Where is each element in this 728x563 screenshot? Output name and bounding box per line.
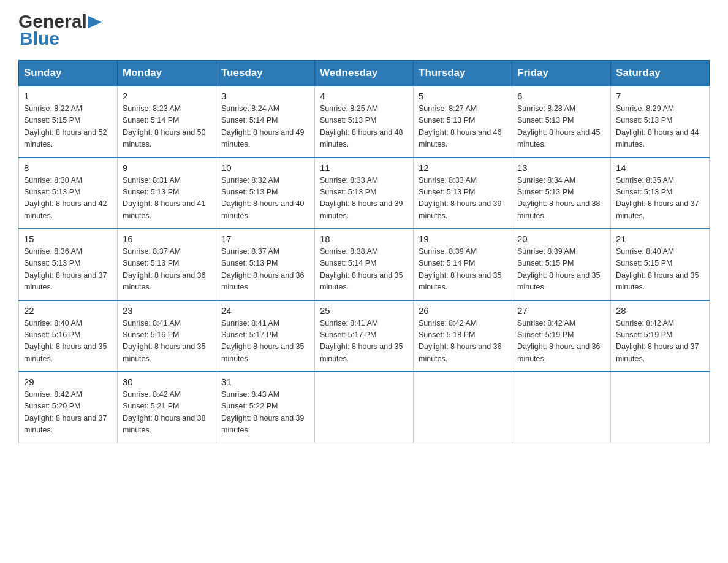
calendar-cell: 16Sunrise: 8:37 AMSunset: 5:13 PMDayligh… — [118, 229, 216, 301]
calendar-cell: 23Sunrise: 8:41 AMSunset: 5:16 PMDayligh… — [118, 301, 216, 372]
col-header-tuesday: Tuesday — [216, 61, 315, 86]
col-header-sunday: Sunday — [19, 61, 118, 86]
day-number: 14 — [616, 163, 704, 173]
calendar-cell — [315, 372, 414, 443]
calendar-cell: 29Sunrise: 8:42 AMSunset: 5:20 PMDayligh… — [19, 372, 118, 443]
calendar-cell: 11Sunrise: 8:33 AMSunset: 5:13 PMDayligh… — [315, 158, 414, 229]
calendar-cell: 1Sunrise: 8:22 AMSunset: 5:15 PMDaylight… — [19, 86, 118, 158]
calendar-week-2: 8Sunrise: 8:30 AMSunset: 5:13 PMDaylight… — [19, 158, 710, 229]
logo: General Blue — [18, 12, 105, 49]
day-number: 23 — [123, 305, 211, 316]
calendar-week-5: 29Sunrise: 8:42 AMSunset: 5:20 PMDayligh… — [19, 372, 710, 443]
day-info: Sunrise: 8:40 AMSunset: 5:15 PMDaylight:… — [616, 246, 704, 294]
calendar-cell: 30Sunrise: 8:42 AMSunset: 5:21 PMDayligh… — [118, 372, 216, 443]
calendar-cell: 14Sunrise: 8:35 AMSunset: 5:13 PMDayligh… — [611, 158, 710, 229]
day-number: 22 — [24, 305, 112, 316]
day-info: Sunrise: 8:37 AMSunset: 5:13 PMDaylight:… — [123, 246, 211, 294]
day-info: Sunrise: 8:30 AMSunset: 5:13 PMDaylight:… — [24, 175, 112, 223]
day-number: 15 — [24, 234, 112, 244]
day-info: Sunrise: 8:33 AMSunset: 5:13 PMDaylight:… — [320, 175, 408, 223]
day-info: Sunrise: 8:25 AMSunset: 5:13 PMDaylight:… — [320, 103, 408, 151]
day-info: Sunrise: 8:37 AMSunset: 5:13 PMDaylight:… — [221, 246, 309, 294]
col-header-thursday: Thursday — [414, 61, 512, 86]
calendar-header-row: SundayMondayTuesdayWednesdayThursdayFrid… — [19, 61, 710, 86]
day-number: 17 — [221, 234, 309, 244]
day-number: 7 — [616, 91, 704, 101]
day-info: Sunrise: 8:40 AMSunset: 5:16 PMDaylight:… — [24, 318, 112, 366]
calendar-cell: 28Sunrise: 8:42 AMSunset: 5:19 PMDayligh… — [611, 301, 710, 372]
calendar-cell: 8Sunrise: 8:30 AMSunset: 5:13 PMDaylight… — [19, 158, 118, 229]
col-header-saturday: Saturday — [611, 61, 710, 86]
day-info: Sunrise: 8:39 AMSunset: 5:15 PMDaylight:… — [517, 246, 605, 294]
day-info: Sunrise: 8:22 AMSunset: 5:15 PMDaylight:… — [24, 103, 112, 151]
calendar-cell: 22Sunrise: 8:40 AMSunset: 5:16 PMDayligh… — [19, 301, 118, 372]
calendar-cell: 4Sunrise: 8:25 AMSunset: 5:13 PMDaylight… — [315, 86, 414, 158]
calendar-cell: 13Sunrise: 8:34 AMSunset: 5:13 PMDayligh… — [512, 158, 611, 229]
day-info: Sunrise: 8:39 AMSunset: 5:14 PMDaylight:… — [419, 246, 507, 294]
day-number: 16 — [123, 234, 211, 244]
logo-arrow-icon — [88, 13, 105, 31]
calendar-cell: 15Sunrise: 8:36 AMSunset: 5:13 PMDayligh… — [19, 229, 118, 301]
day-number: 20 — [517, 234, 605, 244]
calendar-week-1: 1Sunrise: 8:22 AMSunset: 5:15 PMDaylight… — [19, 86, 710, 158]
calendar-cell: 27Sunrise: 8:42 AMSunset: 5:19 PMDayligh… — [512, 301, 611, 372]
calendar-cell: 18Sunrise: 8:38 AMSunset: 5:14 PMDayligh… — [315, 229, 414, 301]
calendar-cell: 12Sunrise: 8:33 AMSunset: 5:13 PMDayligh… — [414, 158, 512, 229]
col-header-monday: Monday — [118, 61, 216, 86]
calendar-week-3: 15Sunrise: 8:36 AMSunset: 5:13 PMDayligh… — [19, 229, 710, 301]
day-number: 19 — [419, 234, 507, 244]
day-number: 2 — [123, 91, 211, 101]
day-number: 3 — [221, 91, 309, 101]
calendar-cell: 24Sunrise: 8:41 AMSunset: 5:17 PMDayligh… — [216, 301, 315, 372]
day-number: 5 — [419, 91, 507, 101]
calendar-week-4: 22Sunrise: 8:40 AMSunset: 5:16 PMDayligh… — [19, 301, 710, 372]
calendar-cell: 25Sunrise: 8:41 AMSunset: 5:17 PMDayligh… — [315, 301, 414, 372]
day-info: Sunrise: 8:23 AMSunset: 5:14 PMDaylight:… — [123, 103, 211, 151]
day-number: 26 — [419, 305, 507, 316]
day-number: 25 — [320, 305, 408, 316]
day-number: 31 — [221, 377, 309, 387]
day-number: 29 — [24, 377, 112, 387]
calendar-cell: 7Sunrise: 8:29 AMSunset: 5:13 PMDaylight… — [611, 86, 710, 158]
calendar-cell: 6Sunrise: 8:28 AMSunset: 5:13 PMDaylight… — [512, 86, 611, 158]
calendar-cell — [512, 372, 611, 443]
calendar-cell: 21Sunrise: 8:40 AMSunset: 5:15 PMDayligh… — [611, 229, 710, 301]
day-number: 30 — [123, 377, 211, 387]
calendar-cell: 2Sunrise: 8:23 AMSunset: 5:14 PMDaylight… — [118, 86, 216, 158]
calendar-cell: 31Sunrise: 8:43 AMSunset: 5:22 PMDayligh… — [216, 372, 315, 443]
day-info: Sunrise: 8:34 AMSunset: 5:13 PMDaylight:… — [517, 175, 605, 223]
day-number: 9 — [123, 163, 211, 173]
day-info: Sunrise: 8:33 AMSunset: 5:13 PMDaylight:… — [419, 175, 507, 223]
page-header: General Blue — [18, 12, 710, 49]
day-number: 11 — [320, 163, 408, 173]
day-number: 4 — [320, 91, 408, 101]
calendar-cell: 10Sunrise: 8:32 AMSunset: 5:13 PMDayligh… — [216, 158, 315, 229]
day-info: Sunrise: 8:35 AMSunset: 5:13 PMDaylight:… — [616, 175, 704, 223]
day-number: 27 — [517, 305, 605, 316]
day-info: Sunrise: 8:36 AMSunset: 5:13 PMDaylight:… — [24, 246, 112, 294]
calendar-cell: 9Sunrise: 8:31 AMSunset: 5:13 PMDaylight… — [118, 158, 216, 229]
day-number: 8 — [24, 163, 112, 173]
calendar-cell — [414, 372, 512, 443]
day-info: Sunrise: 8:31 AMSunset: 5:13 PMDaylight:… — [123, 175, 211, 223]
svg-marker-0 — [88, 16, 102, 28]
calendar-cell — [611, 372, 710, 443]
logo-blue: Blue — [18, 28, 59, 49]
calendar-cell: 3Sunrise: 8:24 AMSunset: 5:14 PMDaylight… — [216, 86, 315, 158]
calendar-table: SundayMondayTuesdayWednesdayThursdayFrid… — [18, 60, 710, 443]
day-number: 28 — [616, 305, 704, 316]
day-number: 6 — [517, 91, 605, 101]
day-number: 21 — [616, 234, 704, 244]
day-info: Sunrise: 8:41 AMSunset: 5:17 PMDaylight:… — [221, 318, 309, 366]
day-info: Sunrise: 8:43 AMSunset: 5:22 PMDaylight:… — [221, 389, 309, 437]
calendar-cell: 26Sunrise: 8:42 AMSunset: 5:18 PMDayligh… — [414, 301, 512, 372]
calendar-cell: 20Sunrise: 8:39 AMSunset: 5:15 PMDayligh… — [512, 229, 611, 301]
day-info: Sunrise: 8:42 AMSunset: 5:20 PMDaylight:… — [24, 389, 112, 437]
col-header-friday: Friday — [512, 61, 611, 86]
day-number: 24 — [221, 305, 309, 316]
calendar-cell: 17Sunrise: 8:37 AMSunset: 5:13 PMDayligh… — [216, 229, 315, 301]
day-info: Sunrise: 8:42 AMSunset: 5:19 PMDaylight:… — [616, 318, 704, 366]
day-info: Sunrise: 8:38 AMSunset: 5:14 PMDaylight:… — [320, 246, 408, 294]
day-number: 10 — [221, 163, 309, 173]
day-info: Sunrise: 8:42 AMSunset: 5:18 PMDaylight:… — [419, 318, 507, 366]
